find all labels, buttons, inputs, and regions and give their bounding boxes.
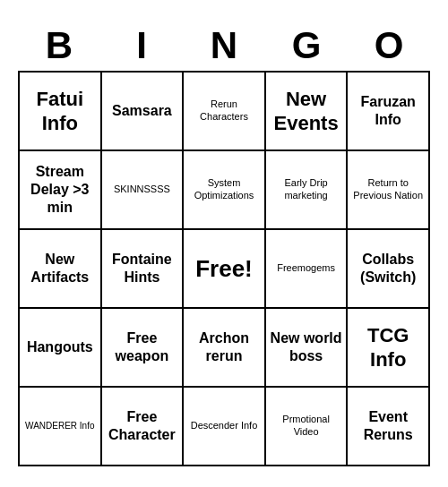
bingo-cell-20[interactable]: WANDERER Info <box>20 388 102 466</box>
bingo-cell-13[interactable]: Freemogems <box>266 230 349 309</box>
bingo-cell-17[interactable]: Archon rerun <box>184 309 266 388</box>
cell-text: Descender Info <box>191 420 258 432</box>
bingo-cell-8[interactable]: Early Drip marketing <box>266 151 349 230</box>
bingo-cell-21[interactable]: Free Character <box>102 388 185 466</box>
bingo-cell-19[interactable]: TCG Info <box>348 309 430 388</box>
bingo-cell-10[interactable]: New Artifacts <box>20 230 102 309</box>
cell-text: Archon rerun <box>187 329 261 365</box>
bingo-cell-16[interactable]: Free weapon <box>102 309 185 388</box>
cell-text: Stream Delay >3 min <box>23 163 97 217</box>
bingo-card: BINGO Fatui InfoSamsaraRerun CharactersN… <box>9 12 439 475</box>
cell-text: Faruzan Info <box>351 93 425 129</box>
bingo-cell-14[interactable]: Collabs (Switch) <box>348 230 430 309</box>
cell-text: Free! <box>195 254 253 284</box>
cell-text: TCG Info <box>351 323 425 372</box>
bingo-cell-5[interactable]: Stream Delay >3 min <box>20 151 102 230</box>
cell-text: Fontaine Hints <box>106 251 179 286</box>
bingo-cell-4[interactable]: Faruzan Info <box>348 73 430 151</box>
cell-text: Fatui Info <box>23 87 97 136</box>
bingo-cell-1[interactable]: Samsara <box>102 73 185 151</box>
cell-text: Prmotional Video <box>270 414 343 439</box>
bingo-cell-0[interactable]: Fatui Info <box>20 73 102 151</box>
cell-text: System Optimizations <box>187 177 261 202</box>
bingo-cell-6[interactable]: SKINNSSSS <box>102 151 185 230</box>
bingo-letter: B <box>18 21 100 71</box>
cell-text: New Events <box>270 87 343 136</box>
cell-text: Event Reruns <box>351 408 425 444</box>
bingo-cell-9[interactable]: Return to Previous Nation <box>348 151 430 230</box>
bingo-letter: N <box>183 21 265 71</box>
cell-text: New Artifacts <box>23 251 97 286</box>
bingo-cell-24[interactable]: Event Reruns <box>348 388 430 466</box>
bingo-grid: Fatui InfoSamsaraRerun CharactersNew Eve… <box>18 71 430 466</box>
cell-text: Hangouts <box>27 338 93 356</box>
cell-text: Free weapon <box>106 329 179 365</box>
bingo-cell-15[interactable]: Hangouts <box>20 309 102 388</box>
bingo-cell-23[interactable]: Prmotional Video <box>266 388 349 466</box>
bingo-letter: O <box>348 21 430 71</box>
bingo-letter: I <box>100 21 183 71</box>
bingo-cell-12[interactable]: Free! <box>184 230 266 309</box>
bingo-cell-18[interactable]: New world boss <box>266 309 349 388</box>
cell-text: WANDERER Info <box>25 421 94 432</box>
cell-text: Return to Previous Nation <box>351 177 425 202</box>
cell-text: Free Character <box>106 408 179 444</box>
bingo-cell-2[interactable]: Rerun Characters <box>184 73 266 151</box>
cell-text: Early Drip marketing <box>270 177 343 202</box>
bingo-header: BINGO <box>18 21 430 71</box>
cell-text: Samsara <box>112 102 172 120</box>
cell-text: SKINNSSSS <box>114 184 170 196</box>
bingo-cell-3[interactable]: New Events <box>266 73 349 151</box>
cell-text: Rerun Characters <box>187 98 261 124</box>
bingo-letter: G <box>265 21 348 71</box>
cell-text: Freemogems <box>277 262 335 275</box>
cell-text: New world boss <box>270 329 343 365</box>
cell-text: Collabs (Switch) <box>351 251 425 286</box>
bingo-cell-11[interactable]: Fontaine Hints <box>102 230 185 309</box>
bingo-cell-7[interactable]: System Optimizations <box>184 151 266 230</box>
bingo-cell-22[interactable]: Descender Info <box>184 388 266 466</box>
